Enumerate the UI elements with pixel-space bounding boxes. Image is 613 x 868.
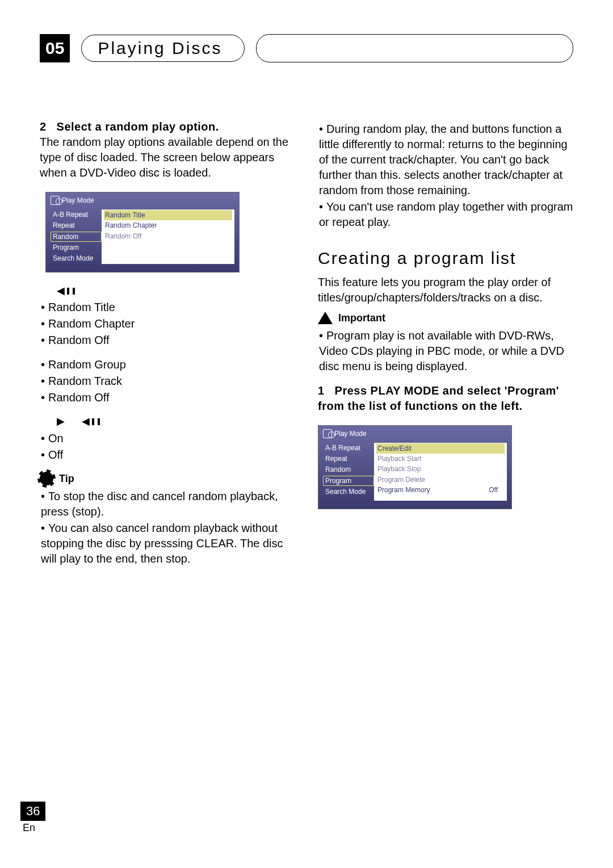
chapter-header: 05 Playing Discs bbox=[40, 34, 573, 62]
gear-icon bbox=[40, 472, 53, 485]
step-number: 2 bbox=[40, 119, 53, 135]
osd-right-item: Random Title bbox=[104, 210, 232, 220]
list-item: Random Title bbox=[41, 300, 295, 315]
tip-list: To stop the disc and cancel random playb… bbox=[40, 489, 295, 567]
osd-play-mode-program: Play Mode A-B RepeatRepeatRandomProgramS… bbox=[318, 425, 512, 509]
osd-play-mode-random: Play Mode A-B RepeatRepeatRandomProgramS… bbox=[45, 192, 240, 272]
list-item: You can also cancel random playback with… bbox=[41, 521, 295, 567]
important-heading: Important bbox=[318, 311, 573, 325]
osd-title: Play Mode bbox=[334, 429, 367, 438]
osd-left-item: A-B Repeat bbox=[51, 209, 102, 220]
chapter-title: Playing Discs bbox=[81, 35, 245, 62]
list-item: Random Off bbox=[41, 390, 295, 405]
page-lang: En bbox=[23, 822, 45, 834]
glyph-prev-pause-1 bbox=[57, 284, 295, 297]
list-item: To stop the disc and cancel random playb… bbox=[41, 489, 295, 519]
osd-right-value: Off bbox=[489, 485, 498, 494]
osd-left-item: Random bbox=[323, 464, 374, 475]
step-number: 1 bbox=[318, 383, 331, 399]
right-column: During random play, the and buttons func… bbox=[318, 119, 573, 576]
list-item: Program play is not available with DVD-R… bbox=[319, 328, 573, 374]
notes-list: During random play, the and buttons func… bbox=[318, 121, 573, 230]
osd-left-item: Repeat bbox=[51, 220, 102, 230]
osd-left-item: A-B Repeat bbox=[323, 443, 374, 453]
osd-left-item: Random bbox=[51, 232, 102, 242]
glyph-play-prev-pause bbox=[57, 414, 295, 428]
list-item: On bbox=[41, 431, 295, 446]
osd-menu-left: A-B RepeatRepeatRandomProgramSearch Mode bbox=[323, 443, 374, 501]
play-mode-icon bbox=[51, 196, 60, 205]
osd-left-item: Program bbox=[323, 476, 374, 486]
important-list: Program play is not available with DVD-R… bbox=[318, 328, 573, 374]
page-footer: 36 En bbox=[20, 802, 45, 834]
step-title: Select a random play option. bbox=[57, 120, 219, 133]
random-list-group: Random GroupRandom TrackRandom Off bbox=[40, 357, 295, 405]
osd-title: Play Mode bbox=[62, 196, 94, 205]
play-mode-icon bbox=[323, 429, 332, 438]
list-item: Off bbox=[41, 447, 295, 463]
tip-label: Tip bbox=[59, 472, 74, 485]
tip-heading: Tip bbox=[40, 472, 295, 485]
list-item: Random Off bbox=[41, 333, 295, 348]
list-item: You can't use random play together with … bbox=[319, 199, 573, 230]
osd-menu-right: Create/EditPlayback StartPlayback StopPr… bbox=[374, 443, 507, 501]
chapter-number: 05 bbox=[40, 34, 70, 62]
osd-menu-right: Random TitleRandom ChapterRandom Off bbox=[102, 209, 234, 264]
program-intro: This feature lets you program the play o… bbox=[318, 275, 573, 305]
left-column: 2 Select a random play option. The rando… bbox=[40, 119, 295, 576]
list-item: Random Chapter bbox=[41, 316, 295, 332]
list-item: Random Track bbox=[41, 374, 295, 389]
chapter-bubble-empty bbox=[256, 34, 573, 62]
osd-right-item: Random Off bbox=[104, 231, 232, 241]
osd-left-item: Search Mode bbox=[323, 487, 374, 497]
osd-menu-left: A-B RepeatRepeatRandomProgramSearch Mode bbox=[51, 209, 102, 264]
important-icon bbox=[318, 312, 333, 324]
page-number: 36 bbox=[20, 802, 45, 821]
list-item: During random play, the and buttons func… bbox=[319, 121, 573, 198]
section-heading-program: Creating a program list bbox=[318, 247, 573, 270]
osd-right-item: Random Chapter bbox=[104, 220, 232, 230]
osd-left-item: Program bbox=[51, 242, 102, 253]
osd-right-item: Create/Edit bbox=[376, 443, 505, 454]
list-item: Random Group bbox=[41, 357, 295, 372]
osd-right-item: Program MemoryOff bbox=[376, 485, 505, 495]
random-list-dvd: Random TitleRandom ChapterRandom Off bbox=[40, 300, 295, 348]
osd-right-item: Playback Start bbox=[376, 454, 505, 464]
important-label: Important bbox=[338, 311, 385, 325]
step-1: 1 Press PLAY MODE and select 'Program' f… bbox=[318, 383, 573, 414]
osd-right-item: Program Delete bbox=[376, 475, 505, 485]
step-title: Press PLAY MODE and select 'Program' fro… bbox=[318, 384, 559, 412]
osd-right-item: Playback Stop bbox=[376, 464, 505, 474]
step-body: The random play options available depend… bbox=[40, 135, 295, 181]
osd-left-item: Search Mode bbox=[51, 253, 102, 263]
step-2: 2 Select a random play option. bbox=[40, 119, 295, 135]
osd-left-item: Repeat bbox=[323, 454, 374, 464]
random-list-onoff: OnOff bbox=[40, 431, 295, 463]
